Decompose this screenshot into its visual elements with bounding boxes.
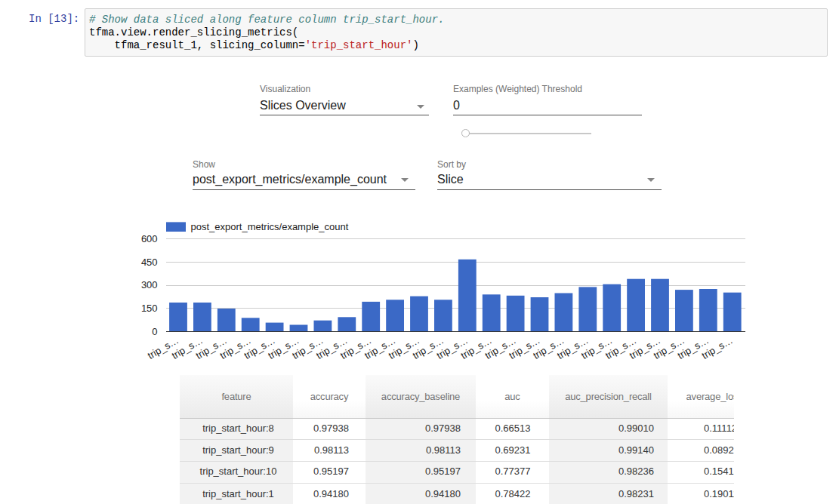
svg-text:300: 300 (141, 279, 158, 290)
svg-text:450: 450 (141, 257, 158, 268)
svg-text:600: 600 (141, 233, 158, 244)
svg-text:150: 150 (141, 303, 158, 314)
svg-text:post_export_metrics/example_co: post_export_metrics/example_count (191, 221, 349, 232)
svg-text:0: 0 (152, 326, 157, 337)
